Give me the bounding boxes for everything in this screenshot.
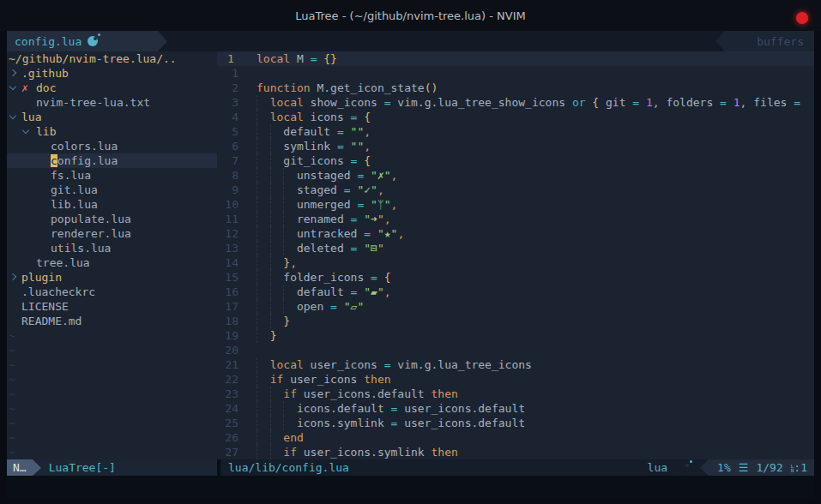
tree-item--github[interactable]: .github xyxy=(7,66,217,81)
code-line-11[interactable]: 10unmerged = "ᛘ", xyxy=(217,197,814,212)
indent-guide xyxy=(283,241,284,255)
empty-line-tilde: ~ xyxy=(7,372,217,387)
code-line-20[interactable]: 19} xyxy=(217,328,814,343)
tree-item-fs-lua[interactable]: fs.lua xyxy=(7,168,217,183)
line-number: 24 xyxy=(217,401,238,416)
code-line-12[interactable]: 11renamed = "➜", xyxy=(217,212,814,226)
code-line-18[interactable]: 17open = "▱" xyxy=(217,299,814,314)
line-number: 5 xyxy=(217,124,238,139)
tree-root-path[interactable]: ~/github/nvim-tree.lua/.. xyxy=(7,51,217,66)
code-line-14[interactable]: 13deleted = "⊟" xyxy=(217,241,814,255)
indent-guide xyxy=(257,357,257,372)
code-text: renamed = "➜", xyxy=(297,213,391,225)
code-line-6[interactable]: 5default = "", xyxy=(217,124,814,139)
statusline-buffer-name: LuaTree[-] xyxy=(49,459,116,476)
tree-item-colors-lua[interactable]: colors.lua xyxy=(7,139,217,153)
code-line-16[interactable]: 15folder_icons = { xyxy=(217,270,814,285)
code-line-21[interactable]: 20 xyxy=(217,343,814,357)
statusline-percent: 1% xyxy=(717,461,731,474)
close-button[interactable] xyxy=(796,12,808,24)
code-line-24[interactable]: 23if user_icons.default then xyxy=(217,387,814,401)
line-number: 22 xyxy=(217,372,238,387)
code-line-25[interactable]: 24icons.default = user_icons.default xyxy=(217,401,814,416)
tree-item-label: populate.lua xyxy=(51,212,131,226)
code-line-2[interactable]: 1 xyxy=(217,66,814,81)
file-tree: ~/github/nvim-tree.lua/.. .github✗docnvi… xyxy=(7,51,217,459)
code-line-9[interactable]: 8unstaged = "✗", xyxy=(217,168,814,183)
tree-item--luacheckrc[interactable]: .luacheckrc xyxy=(7,285,217,299)
command-line[interactable] xyxy=(7,476,814,497)
statusline: N… LuaTree[-] lua/lib/config.lua lua 1% … xyxy=(7,459,814,476)
lines-icon: ☰ xyxy=(739,461,749,474)
indent-guide xyxy=(283,168,284,183)
line-number: 13 xyxy=(217,241,238,255)
code-line-23[interactable]: 22if user_icons then xyxy=(217,372,814,387)
code-text: local M = {} xyxy=(257,52,337,65)
tree-item-utils-lua[interactable]: utils.lua xyxy=(7,241,217,255)
line-column-indicator: :1 xyxy=(791,461,807,474)
code-line-28[interactable]: 27if user_icons.symlink then xyxy=(217,445,814,459)
tree-item-label: lib xyxy=(36,124,56,139)
code-line-10[interactable]: 9staged = "✓", xyxy=(217,183,814,197)
code-line-7[interactable]: 6symlink = "", xyxy=(217,139,814,153)
indent-guide xyxy=(270,183,271,197)
indent-guide xyxy=(257,241,257,255)
line-number: 6 xyxy=(217,139,238,153)
code-line-4[interactable]: 3local show_icons = vim.g.lua_tree_show_… xyxy=(217,95,814,110)
code-text: unmerged = "ᛘ", xyxy=(297,198,397,211)
code-text: local show_icons = vim.g.lua_tree_show_i… xyxy=(270,96,800,109)
tree-item-readme-md[interactable]: README.md xyxy=(7,314,217,328)
indent-guide xyxy=(270,241,271,255)
line-number: 2 xyxy=(217,81,238,95)
code-line-15[interactable]: 14}, xyxy=(217,255,814,270)
tree-item-label: README.md xyxy=(21,314,81,328)
statusline-position: 1/92 xyxy=(756,461,782,474)
indent-guide xyxy=(283,212,284,226)
indent-guide xyxy=(270,401,271,416)
powerline-separator-icon xyxy=(700,459,709,476)
tree-item-license[interactable]: LICENSE xyxy=(7,299,217,314)
tree-item-lua[interactable]: lua xyxy=(7,110,217,124)
tree-item-populate-lua[interactable]: populate.lua xyxy=(7,212,217,226)
indent-guide xyxy=(257,387,257,401)
code-line-13[interactable]: 12untracked = "★", xyxy=(217,226,814,241)
tree-item-label: doc xyxy=(36,81,56,95)
line-number: 9 xyxy=(217,183,238,197)
tree-item-tree-lua[interactable]: tree.lua xyxy=(7,255,217,270)
code-line-19[interactable]: 18} xyxy=(217,314,814,328)
lua-file-icon xyxy=(679,463,690,473)
code-text: local icons = { xyxy=(270,111,371,123)
statusline-tree: N… LuaTree[-] xyxy=(7,459,217,476)
tree-item-label: lua xyxy=(21,110,41,124)
code-line-27[interactable]: 26end xyxy=(217,430,814,445)
mode-indicator: N… xyxy=(7,459,33,476)
code-line-1[interactable]: 1local M = {} xyxy=(217,51,814,66)
line-number: 21 xyxy=(217,357,238,372)
chevron-down-icon xyxy=(9,112,16,119)
tab-config-lua[interactable]: config.lua xyxy=(7,31,158,51)
tree-item-git-lua[interactable]: git.lua xyxy=(7,183,217,197)
code-line-26[interactable]: 25icons.symlink = user_icons.default xyxy=(217,416,814,430)
code-line-17[interactable]: 16default = "▰", xyxy=(217,285,814,299)
tree-item-doc[interactable]: ✗doc xyxy=(7,81,217,95)
code-line-3[interactable]: 2function M.get_icon_state() xyxy=(217,81,814,95)
indent-guide xyxy=(283,285,284,299)
code-line-8[interactable]: 7git_icons = { xyxy=(217,153,814,168)
code-text: local user_icons = vim.g.lua_tree_icons xyxy=(270,358,532,371)
tree-item-lib[interactable]: lib xyxy=(7,124,217,139)
tree-item-nvim-tree-lua-txt[interactable]: nvim-tree-lua.txt xyxy=(7,95,217,110)
tree-item-renderer-lua[interactable]: renderer.lua xyxy=(7,226,217,241)
code-line-5[interactable]: 4local icons = { xyxy=(217,110,814,124)
indent-guide xyxy=(257,299,257,314)
powerline-separator-icon xyxy=(158,31,167,51)
tree-item-label: LICENSE xyxy=(21,299,69,314)
tree-item-config-lua[interactable]: config.lua xyxy=(7,153,217,168)
code-line-22[interactable]: 21local user_icons = vim.g.lua_tree_icon… xyxy=(217,357,814,372)
code-text: }, xyxy=(283,256,297,269)
tabline-right: buffers xyxy=(715,31,814,51)
tree-item-plugin[interactable]: plugin xyxy=(7,270,217,285)
code-window[interactable]: 1local M = {}12function M.get_icon_state… xyxy=(217,51,814,459)
code-text: git_icons = { xyxy=(283,154,371,167)
tree-item-lib-lua[interactable]: lib.lua xyxy=(7,197,217,212)
indent-guide xyxy=(270,445,271,459)
